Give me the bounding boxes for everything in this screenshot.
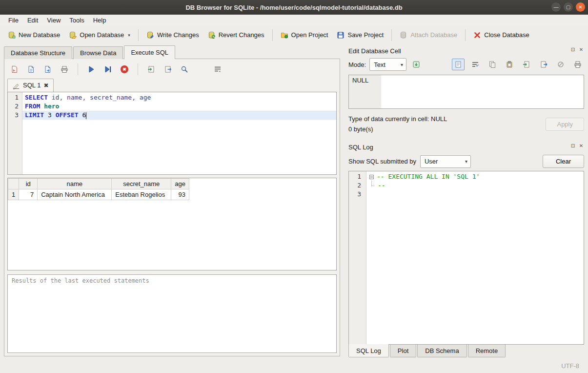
write-changes-button[interactable]: Write Changes — [142, 28, 203, 41]
import-data-button[interactable] — [410, 59, 423, 70]
cell-secret-name[interactable]: Esteban Rogelios — [112, 189, 171, 200]
sql-keyword: FROM — [25, 103, 40, 110]
sql-editor[interactable]: 1 2 3 SELECT id, name, secret_name, age … — [7, 92, 337, 175]
editor-code[interactable]: SELECT id, name, secret_name, age FROM h… — [22, 92, 336, 174]
line-number: 2 — [8, 102, 19, 111]
editor-line-numbers: 1 2 3 — [8, 92, 22, 174]
log-line-3 — [368, 190, 584, 199]
text-view-button[interactable] — [452, 59, 465, 70]
encoding-indicator: UTF-8 — [561, 362, 579, 370]
find-replace-button[interactable] — [178, 63, 191, 75]
menu-view[interactable]: View — [42, 15, 65, 25]
mode-label: Mode: — [348, 61, 366, 68]
import-sql-button[interactable] — [145, 63, 158, 75]
close-database-label: Close Database — [484, 31, 529, 39]
set-null-icon — [557, 61, 565, 69]
line-number: 2 — [349, 181, 361, 190]
tab-execute-sql[interactable]: Execute SQL — [124, 45, 175, 59]
sql-file-icon — [13, 82, 20, 89]
save-sql-as-button[interactable] — [41, 63, 54, 75]
apply-button[interactable]: Apply — [546, 118, 584, 131]
paste-cell-button[interactable] — [503, 59, 516, 70]
paste-icon — [506, 61, 513, 69]
dock-float-icon[interactable]: ⊡ — [570, 47, 576, 52]
cell-name[interactable]: Captain North America — [38, 189, 112, 200]
cell-editor[interactable]: NULL — [348, 75, 584, 109]
sql-log-title: SQL Log — [348, 144, 373, 151]
export-cell-button[interactable] — [537, 59, 550, 70]
maximize-button[interactable]: ▢ — [564, 2, 573, 12]
revert-changes-label: Revert Changes — [219, 31, 264, 39]
open-sql-file-button[interactable] — [8, 63, 21, 75]
toolbar-separator — [272, 29, 273, 41]
column-header-id[interactable]: id — [19, 179, 38, 189]
cell-age[interactable]: 93 — [171, 189, 189, 200]
results-table: id name secret_name age 1 7 Captain Nort… — [8, 178, 189, 200]
open-database-button[interactable]: Open Database ▾ — [65, 28, 134, 41]
log-comment: -- EXECUTING ALL IN 'SQL 1' — [377, 172, 480, 181]
left-panel: Database Structure Browse Data Execute S… — [0, 44, 345, 358]
log-line-2: -- — [368, 181, 584, 190]
mode-select[interactable]: Text ▾ — [369, 58, 406, 71]
close-database-button[interactable]: Close Database — [469, 28, 533, 41]
cell-value: NULL — [349, 75, 381, 108]
save-project-button[interactable]: Save Project — [333, 28, 387, 41]
open-database-icon — [69, 31, 77, 39]
mode-select-value: Text — [374, 61, 385, 68]
word-wrap-cell-button[interactable] — [469, 59, 482, 70]
tab-plot[interactable]: Plot — [390, 345, 416, 357]
clear-log-button[interactable]: Clear — [543, 155, 584, 168]
dock-close-icon[interactable]: ✕ — [578, 143, 584, 148]
dock-float-icon[interactable]: ⊡ — [570, 143, 576, 148]
submitted-by-select[interactable]: User ▾ — [420, 155, 471, 168]
column-header-age[interactable]: age — [171, 179, 189, 189]
log-code: -- EXECUTING ALL IN 'SQL 1' -- — [366, 171, 584, 344]
sql-tab-close-icon[interactable]: ✖ — [43, 82, 48, 89]
new-database-button[interactable]: New Database — [4, 28, 64, 41]
column-header-secret-name[interactable]: secret_name — [112, 179, 171, 189]
tab-sql-log[interactable]: SQL Log — [348, 344, 389, 357]
export-sql-icon — [164, 65, 172, 74]
column-header-name[interactable]: name — [38, 179, 112, 189]
set-null-button[interactable] — [554, 59, 567, 70]
import-cell-button[interactable] — [520, 59, 533, 70]
results-grid[interactable]: id name secret_name age 1 7 Captain Nort… — [7, 178, 337, 270]
save-sql-file-button[interactable] — [25, 63, 38, 75]
print-cell-button[interactable] — [571, 59, 584, 70]
execute-all-button[interactable] — [85, 63, 98, 75]
main-tabbar: Database Structure Browse Data Execute S… — [0, 44, 345, 59]
copy-cell-button[interactable] — [486, 59, 499, 70]
tab-db-schema[interactable]: DB Schema — [417, 345, 466, 357]
sql-number: 6 — [79, 111, 86, 119]
fold-marker-icon[interactable] — [369, 175, 374, 179]
dock-close-icon[interactable]: ✕ — [578, 47, 584, 52]
minimize-button[interactable]: — — [551, 2, 561, 12]
toolbar-separator — [465, 29, 466, 41]
app-window: DB Browser for SQLite - /home/user/code/… — [0, 0, 588, 373]
sql-log-editor[interactable]: 1 2 3 -- EXECUTING ALL IN 'SQL 1' -- — [348, 171, 584, 345]
close-button[interactable]: ✕ — [576, 2, 585, 12]
save-project-label: Save Project — [347, 31, 384, 39]
print-cell-icon — [574, 61, 582, 69]
tab-remote[interactable]: Remote — [468, 345, 506, 357]
chevron-down-icon: ▾ — [401, 62, 403, 67]
word-wrap-button[interactable] — [211, 63, 224, 75]
revert-changes-button[interactable]: Revert Changes — [204, 28, 268, 41]
menu-file[interactable]: File — [4, 15, 23, 25]
menu-tools[interactable]: Tools — [65, 15, 88, 25]
word-wrap-icon — [214, 65, 222, 74]
table-row[interactable]: 1 7 Captain North America Esteban Rogeli… — [8, 189, 189, 200]
open-database-dropdown-icon[interactable]: ▾ — [128, 33, 130, 38]
stop-button[interactable]: ✖ — [118, 63, 131, 75]
edit-cell-header: Edit Database Cell ⊡ ✕ — [345, 44, 588, 56]
export-sql-button[interactable] — [162, 63, 174, 75]
sql-file-tab[interactable]: SQL 1 ✖ — [7, 79, 54, 92]
tab-browse-data[interactable]: Browse Data — [73, 46, 123, 59]
execute-line-button[interactable] — [101, 63, 114, 75]
print-sql-button[interactable] — [58, 63, 71, 75]
menu-edit[interactable]: Edit — [23, 15, 42, 25]
cell-id[interactable]: 7 — [19, 189, 38, 200]
open-project-button[interactable]: Open Project — [277, 28, 332, 41]
tab-database-structure[interactable]: Database Structure — [4, 46, 72, 59]
menu-help[interactable]: Help — [89, 15, 111, 25]
